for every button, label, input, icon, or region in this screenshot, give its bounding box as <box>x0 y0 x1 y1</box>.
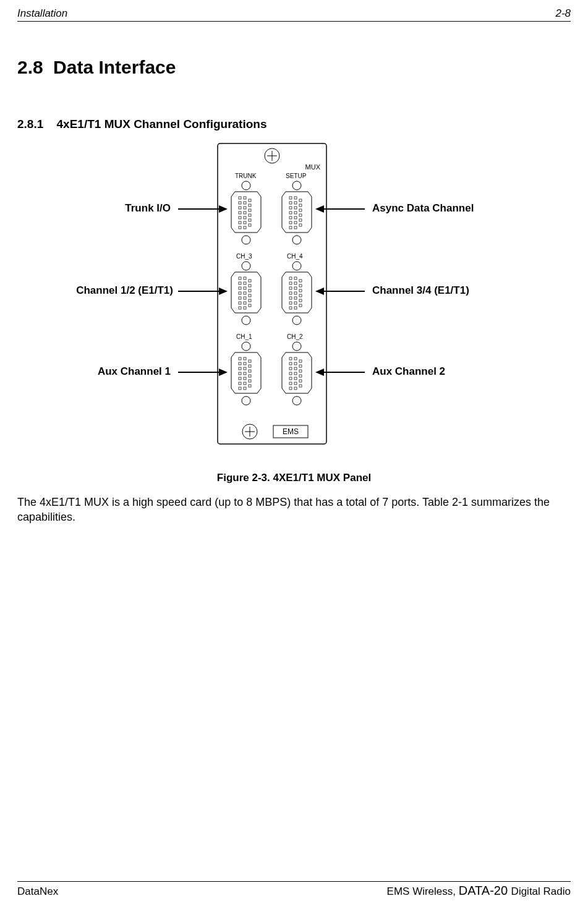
footer-right-suffix: Digital Radio <box>511 886 571 897</box>
svg-rect-53 <box>239 277 241 280</box>
svg-rect-71 <box>249 299 251 302</box>
svg-rect-63 <box>244 292 246 294</box>
body-paragraph: The 4xE1/T1 MUX is a high speed card (up… <box>17 495 571 525</box>
svg-rect-22 <box>244 226 246 229</box>
svg-rect-49 <box>299 219 302 221</box>
svg-marker-141 <box>219 205 228 213</box>
svg-rect-120 <box>289 362 292 365</box>
section-title: Data Interface <box>53 57 176 77</box>
svg-rect-91 <box>299 289 302 292</box>
svg-rect-97 <box>239 357 241 360</box>
svg-rect-27 <box>249 219 251 221</box>
svg-rect-10 <box>239 202 241 204</box>
svg-rect-28 <box>249 224 251 226</box>
svg-point-73 <box>242 316 250 325</box>
svg-rect-17 <box>244 202 246 204</box>
footer-right: EMS Wireless, DATA-20 Digital Radio <box>387 884 571 898</box>
arrow-right-icon <box>178 204 228 214</box>
svg-rect-134 <box>299 365 302 367</box>
svg-rect-136 <box>299 375 302 377</box>
svg-point-52 <box>242 262 250 270</box>
port-label-br: CH_2 <box>287 333 303 340</box>
svg-rect-99 <box>239 367 241 370</box>
svg-rect-92 <box>299 294 302 297</box>
section-heading: 2.8 Data Interface <box>17 57 176 78</box>
svg-rect-40 <box>294 207 297 209</box>
footer-right-product: DATA-20 <box>459 884 511 897</box>
svg-rect-80 <box>289 302 292 304</box>
svg-rect-42 <box>294 216 297 219</box>
svg-rect-21 <box>244 221 246 224</box>
svg-rect-58 <box>239 302 241 304</box>
svg-rect-57 <box>239 297 241 299</box>
svg-rect-67 <box>249 280 251 282</box>
svg-rect-15 <box>239 226 241 229</box>
svg-rect-116 <box>249 385 251 387</box>
svg-rect-131 <box>294 382 297 385</box>
svg-rect-55 <box>239 287 241 289</box>
svg-rect-101 <box>239 377 241 380</box>
svg-rect-90 <box>299 284 302 287</box>
svg-rect-13 <box>239 216 241 219</box>
svg-point-51 <box>292 236 301 244</box>
running-header: Installation 2-8 <box>17 7 571 20</box>
svg-rect-38 <box>294 197 297 199</box>
svg-rect-132 <box>294 387 297 390</box>
svg-rect-94 <box>299 304 302 307</box>
svg-rect-50 <box>299 224 302 226</box>
svg-rect-26 <box>249 214 251 216</box>
footer-left: DataNex <box>17 886 58 898</box>
arrow-right-icon <box>178 367 228 377</box>
port-label-tr: SETUP <box>286 173 307 179</box>
svg-rect-37 <box>289 226 292 229</box>
callout-aux1: Aux Channel 1 <box>90 365 171 378</box>
svg-rect-113 <box>249 370 251 372</box>
svg-rect-14 <box>239 221 241 224</box>
arrow-left-icon <box>315 367 365 377</box>
svg-rect-123 <box>289 377 292 380</box>
svg-rect-61 <box>244 282 246 284</box>
svg-rect-128 <box>294 367 297 370</box>
svg-rect-12 <box>239 211 241 214</box>
svg-rect-127 <box>294 362 297 365</box>
svg-rect-77 <box>289 287 292 289</box>
svg-rect-98 <box>239 362 241 365</box>
svg-rect-122 <box>289 372 292 375</box>
svg-rect-64 <box>244 297 246 299</box>
svg-rect-82 <box>294 277 297 280</box>
svg-point-117 <box>242 396 250 405</box>
panel-mux-label: MUX <box>305 163 321 171</box>
svg-rect-56 <box>239 292 241 294</box>
svg-rect-137 <box>299 380 302 382</box>
header-page-number: 2-8 <box>555 7 571 20</box>
arrow-left-icon <box>315 286 365 296</box>
subsection-heading: 2.8.1 4xE1/T1 MUX Channel Configurations <box>17 117 266 131</box>
svg-rect-34 <box>289 211 292 214</box>
svg-marker-149 <box>315 288 324 295</box>
port-label-mr: CH_4 <box>287 253 303 260</box>
svg-point-139 <box>292 396 301 405</box>
svg-rect-130 <box>294 377 297 380</box>
svg-marker-145 <box>219 369 228 376</box>
svg-rect-11 <box>239 207 241 209</box>
callout-ch12: Channel 1/2 (E1/T1) <box>68 284 173 297</box>
svg-rect-105 <box>244 362 246 365</box>
figure-area: EMS MUX TRUNK SETUP <box>0 142 588 464</box>
callout-async: Async Data Channel <box>372 202 474 215</box>
svg-rect-47 <box>299 209 302 211</box>
svg-rect-129 <box>294 372 297 375</box>
svg-rect-100 <box>239 372 241 375</box>
svg-rect-119 <box>289 357 292 360</box>
svg-rect-18 <box>244 207 246 209</box>
svg-rect-69 <box>249 289 251 292</box>
figure-caption: Figure 2-3. 4XE1/T1 MUX Panel <box>0 472 588 484</box>
svg-rect-89 <box>299 280 302 282</box>
svg-rect-106 <box>244 367 246 370</box>
port-label-tl: TRUNK <box>235 173 257 179</box>
svg-rect-126 <box>294 357 297 360</box>
svg-rect-83 <box>294 282 297 284</box>
svg-point-95 <box>292 316 301 325</box>
svg-rect-87 <box>294 302 297 304</box>
svg-rect-43 <box>294 221 297 224</box>
svg-rect-24 <box>249 204 251 207</box>
